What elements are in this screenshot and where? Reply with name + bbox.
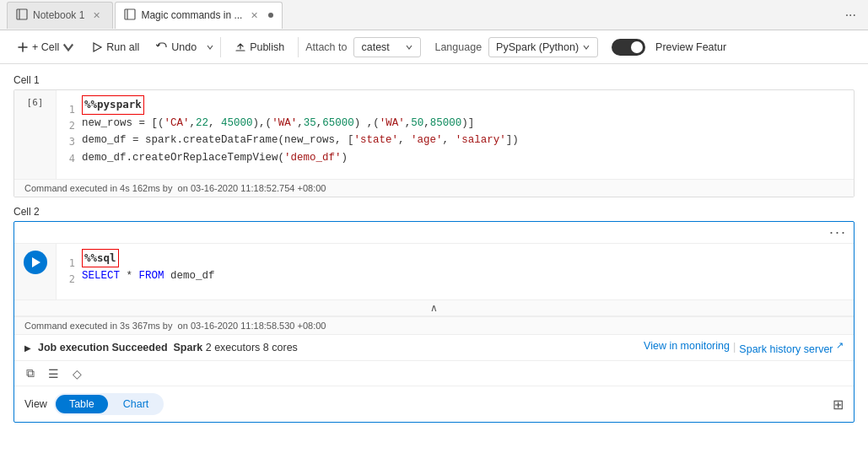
cell1-code-area[interactable]: 1 2 3 4 %%pyspark new_rows = [('CA',22, … [57, 90, 854, 179]
publish-icon [235, 41, 246, 53]
copy-icon[interactable]: ⧉ [24, 364, 36, 382]
view-label: View [24, 398, 47, 410]
chevron-down-icon [62, 41, 74, 53]
cell2-label: Cell 2 [13, 206, 855, 218]
tab-magic-commands-label: Magic commands in ... [141, 9, 242, 21]
cell1-run-indicator: [6] [27, 97, 44, 108]
cell2-line2: SELECT * FROM demo_df [82, 267, 845, 285]
preview-toggle[interactable] [612, 39, 645, 56]
cell1-code-lines: %%pyspark new_rows = [('CA',22, 45000),(… [82, 95, 845, 174]
tab-magic-commands[interactable]: Magic commands in ... ✕ [115, 2, 283, 29]
cell1-container: [6] 1 2 3 4 %%pyspark new_rows = [('CA',… [13, 89, 855, 197]
undo-button[interactable]: Undo [149, 38, 203, 57]
cell2-body: 1 2 %%sql SELECT * FROM demo_df [14, 244, 854, 299]
tab-notebook1-close[interactable]: ✕ [89, 8, 104, 23]
spark-history-link[interactable]: Spark history server ↗ [739, 340, 844, 355]
tab-more-button[interactable]: ··· [840, 6, 861, 24]
cell2-line1: %%sql [82, 249, 845, 268]
cell-button[interactable]: + Cell [10, 38, 81, 57]
view-toggle: Table Chart [54, 393, 164, 415]
job-execution-text: Job execution Succeeded Spark 2 executor… [38, 342, 298, 353]
run-all-button[interactable]: Run all [84, 38, 146, 57]
job-bar: ▶ Job execution Succeeded Spark 2 execut… [14, 334, 854, 361]
cell1-label: Cell 1 [13, 74, 855, 86]
cell1-line2: new_rows = [('CA',22, 45000),('WA',35,65… [82, 115, 845, 132]
cell2-code-lines: %%sql SELECT * FROM demo_df [82, 249, 845, 294]
notebook-icon2 [124, 8, 136, 23]
cell1-line3: demo_df = spark.createDataFrame(new_rows… [82, 132, 845, 149]
svg-rect-2 [125, 9, 135, 19]
attach-chevron-icon [405, 43, 413, 51]
cell1-line1: %%pyspark [82, 95, 845, 115]
tab-notebook1-label: Notebook 1 [33, 9, 84, 21]
main-content: Cell 1 [6] 1 2 3 4 %%pyspark new_rows = … [0, 64, 868, 464]
collapse-icon: ∧ [430, 302, 438, 314]
language-label: Language [434, 41, 482, 53]
cell1-status: Command executed in 4s 162ms by on 03-16… [14, 179, 854, 197]
run-triangle-icon [32, 257, 40, 267]
cell2-container: ··· 1 2 %%sql SELECT * FROM demo_df [13, 221, 855, 424]
language-dropdown[interactable]: PySpark (Python) [488, 37, 598, 57]
filter-icon[interactable]: ☰ [46, 365, 61, 382]
cell2-more-button[interactable]: ··· [829, 224, 847, 241]
play-icon-small: ▶ [24, 343, 31, 353]
eraser-icon[interactable]: ◇ [71, 365, 84, 382]
cell1-line4: demo_df.createOrReplaceTempView('demo_df… [82, 149, 845, 167]
preview-label: Preview Featur [655, 41, 726, 53]
notebook-icon [16, 8, 28, 23]
attach-to-label: Attach to [305, 41, 347, 53]
svg-rect-0 [17, 9, 27, 19]
magic-cmd-sql: %%sql [82, 249, 119, 268]
view-row: View Table Chart ⊞ [14, 386, 854, 422]
plus-icon [17, 41, 29, 53]
cell2-run-button[interactable] [24, 251, 47, 274]
publish-button[interactable]: Publish [228, 38, 291, 57]
toolbar-divider [220, 37, 221, 57]
tab-bar: Notebook 1 ✕ Magic commands in ... ✕ ··· [0, 0, 868, 30]
toolbar: + Cell Run all Undo Publish Attach to ca… [0, 30, 868, 64]
toolbar-divider2 [298, 37, 299, 57]
attach-to-dropdown[interactable]: catest [353, 37, 421, 57]
table-view-button[interactable]: Table [56, 395, 108, 413]
cell1-line-numbers: 1 2 3 4 [65, 95, 82, 174]
cell2-line-numbers: 1 2 [65, 249, 82, 294]
job-links: View in monitoring | Spark history serve… [644, 340, 844, 355]
collapse-row[interactable]: ∧ [14, 299, 854, 316]
tab-magic-close[interactable]: ✕ [247, 8, 261, 23]
cell2-gutter [14, 244, 57, 299]
magic-cmd-pyspark: %%pyspark [82, 95, 144, 115]
external-link-icon: ↗ [836, 340, 844, 350]
cell2-wrapper: Cell 2 ··· 1 2 %%sql [13, 206, 855, 424]
view-monitoring-link[interactable]: View in monitoring [644, 340, 730, 355]
play-icon [91, 41, 103, 53]
cell2-header: ··· [14, 222, 854, 244]
undo-icon [156, 41, 168, 53]
export-icon[interactable]: ⊞ [833, 397, 844, 413]
lang-chevron-icon [582, 43, 590, 51]
tab-notebook1[interactable]: Notebook 1 ✕ [7, 2, 113, 29]
chart-view-button[interactable]: Chart [110, 395, 163, 413]
cell2-status: Command executed in 3s 367ms by on 03-16… [14, 316, 854, 334]
cell1-body: [6] 1 2 3 4 %%pyspark new_rows = [('CA',… [14, 90, 854, 179]
cell1-gutter: [6] [14, 90, 57, 179]
cell2-code-area[interactable]: 1 2 %%sql SELECT * FROM demo_df [57, 244, 854, 299]
cell2-toolbar-icons: ⧉ ☰ ◇ [14, 361, 854, 386]
unsaved-indicator [268, 13, 273, 18]
undo-dropdown-icon[interactable] [207, 41, 213, 53]
